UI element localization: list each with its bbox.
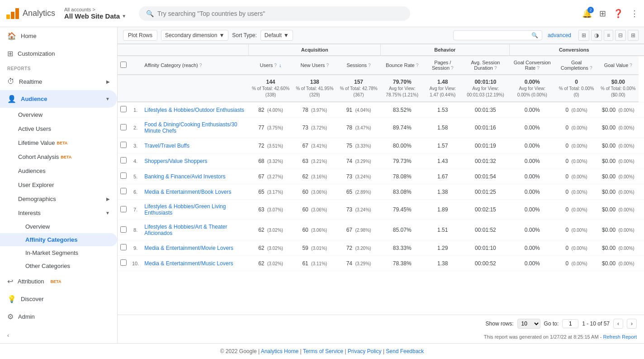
sidebar-item-admin[interactable]: ⚙ Admin: [0, 308, 117, 325]
row-checkbox-cell[interactable]: [118, 220, 129, 240]
row-category[interactable]: Shoppers/Value Shoppers: [142, 153, 249, 169]
sidebar-item-attribution[interactable]: ↩ Attribution BETA: [0, 273, 117, 290]
category-link[interactable]: Lifestyles & Hobbies/Outdoor Enthusiasts: [144, 107, 244, 113]
pagination-next-button[interactable]: ›: [627, 319, 637, 329]
refresh-report-link[interactable]: Refresh Report: [603, 334, 637, 340]
pages-per-session-help-icon[interactable]: ?: [451, 66, 454, 71]
row-category[interactable]: Lifestyles & Hobbies/Art & Theater Afici…: [142, 220, 249, 240]
advanced-link[interactable]: advanced: [548, 32, 571, 38]
row-checkbox-cell[interactable]: [118, 153, 129, 169]
category-link[interactable]: Media & Entertainment/Movie Lovers: [144, 245, 233, 251]
row-checkbox[interactable]: [120, 188, 127, 194]
sidebar-item-customization[interactable]: ⊞ Customization: [0, 45, 117, 62]
global-search-bar[interactable]: 🔍: [139, 6, 410, 21]
sidebar-item-in-market-segments[interactable]: In-Market Segments: [0, 246, 117, 259]
category-link[interactable]: Media & Entertainment/Music Lovers: [144, 260, 233, 267]
goal-completions-help-icon[interactable]: ?: [590, 66, 592, 71]
show-rows-select[interactable]: 10 25 50 100: [517, 319, 540, 329]
sidebar-item-overview[interactable]: Overview: [0, 108, 117, 122]
row-category[interactable]: Banking & Finance/Avid Investors: [142, 169, 249, 184]
sidebar-collapse-button[interactable]: ‹: [0, 328, 117, 343]
row-category[interactable]: Food & Dining/Cooking Enthusiasts/30 Min…: [142, 118, 249, 138]
goal-conversion-rate-help-icon[interactable]: ?: [537, 66, 540, 71]
sidebar-item-audiences[interactable]: Audiences: [0, 164, 117, 178]
row-checkbox[interactable]: [120, 226, 127, 233]
row-checkbox-cell[interactable]: [118, 240, 129, 256]
row-checkbox-cell[interactable]: [118, 138, 129, 153]
sidebar-item-affinity-categories[interactable]: Affinity Categories: [0, 233, 117, 246]
terms-of-service-link[interactable]: Terms of Service: [303, 348, 343, 354]
row-checkbox[interactable]: [120, 157, 127, 163]
secondary-dimension-select[interactable]: Secondary dimension ▼: [161, 30, 228, 41]
sidebar-item-realtime[interactable]: ⏱ Realtime ▶: [0, 73, 117, 90]
sidebar-item-audience[interactable]: 👤 Audience ▼: [0, 90, 117, 108]
category-link[interactable]: Lifestyles & Hobbies/Green Living Enthus…: [144, 203, 226, 216]
row-category[interactable]: Lifestyles & Hobbies/Outdoor Enthusiasts: [142, 102, 249, 118]
grid-view-button[interactable]: ⊞: [578, 30, 589, 41]
pivot-view-button[interactable]: ⊞: [628, 30, 639, 41]
row-checkbox-cell[interactable]: [118, 200, 129, 220]
notifications-button[interactable]: 🔔 2: [582, 9, 592, 19]
row-checkbox-cell[interactable]: [118, 169, 129, 184]
row-checkbox[interactable]: [120, 172, 127, 179]
category-link[interactable]: Food & Dining/Cooking Enthusiasts/30 Min…: [144, 121, 237, 134]
sidebar-item-discover[interactable]: 💡 Discover: [0, 290, 117, 308]
sidebar-item-other-categories[interactable]: Other Categories: [0, 259, 117, 273]
select-all-checkbox-header[interactable]: [118, 56, 129, 75]
affinity-help-icon[interactable]: ?: [199, 63, 202, 68]
row-checkbox-cell[interactable]: [118, 184, 129, 200]
apps-grid-button[interactable]: ⊞: [599, 9, 606, 19]
row-checkbox-cell[interactable]: [118, 256, 129, 271]
row-category[interactable]: Media & Entertainment/Movie Lovers: [142, 240, 249, 256]
sidebar-item-home[interactable]: 🏠 Home: [0, 27, 117, 45]
category-link[interactable]: Lifestyles & Hobbies/Art & Theater Afici…: [144, 224, 227, 236]
row-category[interactable]: Media & Entertainment/Music Lovers: [142, 256, 249, 271]
row-category[interactable]: Lifestyles & Hobbies/Green Living Enthus…: [142, 200, 249, 220]
row-checkbox[interactable]: [120, 259, 127, 266]
row-checkbox[interactable]: [120, 244, 127, 250]
goal-value-help-icon[interactable]: ?: [630, 63, 632, 68]
sidebar-item-lifetime-value[interactable]: Lifetime Value BETA: [0, 136, 117, 150]
pagination-prev-button[interactable]: ‹: [613, 319, 623, 329]
table-search-box[interactable]: 🔍: [453, 30, 542, 40]
analytics-home-link[interactable]: Analytics Home: [261, 348, 298, 354]
row-category[interactable]: Travel/Travel Buffs: [142, 138, 249, 153]
table-search-input[interactable]: [457, 32, 530, 38]
sidebar-item-active-users[interactable]: Active Users: [0, 122, 117, 136]
account-selector[interactable]: All accounts > All Web Site Data ▼: [64, 7, 126, 20]
row-checkbox-cell[interactable]: [118, 102, 129, 118]
avg-session-duration-help-icon[interactable]: ?: [494, 66, 497, 71]
row-checkbox[interactable]: [120, 106, 127, 112]
users-help-icon[interactable]: ?: [274, 63, 277, 68]
row-checkbox-cell[interactable]: [118, 118, 129, 138]
sidebar-item-cohort-analysis[interactable]: Cohort Analysis BETA: [0, 150, 117, 164]
bounce-rate-help-icon[interactable]: ?: [416, 63, 419, 68]
new-users-help-icon[interactable]: ?: [326, 63, 329, 68]
category-link[interactable]: Media & Entertainment/Book Lovers: [144, 189, 231, 195]
plot-rows-button[interactable]: Plot Rows: [123, 30, 157, 41]
more-options-button[interactable]: ⋮: [630, 9, 639, 19]
row-category[interactable]: Media & Entertainment/Book Lovers: [142, 184, 249, 200]
sessions-help-icon[interactable]: ?: [368, 63, 371, 68]
send-feedback-link[interactable]: Send Feedback: [386, 348, 424, 354]
category-link[interactable]: Travel/Travel Buffs: [144, 143, 189, 149]
sidebar-item-interests-overview[interactable]: Overview: [0, 220, 117, 233]
row-checkbox[interactable]: [120, 206, 127, 212]
select-all-checkbox[interactable]: [120, 62, 127, 68]
pie-view-button[interactable]: ◑: [591, 30, 602, 41]
privacy-policy-link[interactable]: Privacy Policy: [348, 348, 382, 354]
account-name-label[interactable]: All Web Site Data ▼: [64, 12, 126, 20]
sidebar-item-user-explorer[interactable]: User Explorer: [0, 178, 117, 192]
search-input[interactable]: [157, 10, 403, 17]
sort-type-select[interactable]: Default ▼: [260, 30, 293, 41]
users-sort-arrow[interactable]: ↓: [279, 62, 282, 68]
comparison-view-button[interactable]: ⊟: [615, 30, 626, 41]
row-checkbox[interactable]: [120, 142, 127, 148]
sidebar-item-demographics[interactable]: Demographics ▶: [0, 192, 117, 206]
goto-input[interactable]: [562, 319, 578, 328]
row-checkbox[interactable]: [120, 124, 127, 130]
category-link[interactable]: Shoppers/Value Shoppers: [144, 158, 207, 164]
list-view-button[interactable]: ≡: [604, 30, 613, 41]
category-link[interactable]: Banking & Finance/Avid Investors: [144, 173, 225, 180]
sidebar-item-interests[interactable]: Interests ▼: [0, 206, 117, 220]
